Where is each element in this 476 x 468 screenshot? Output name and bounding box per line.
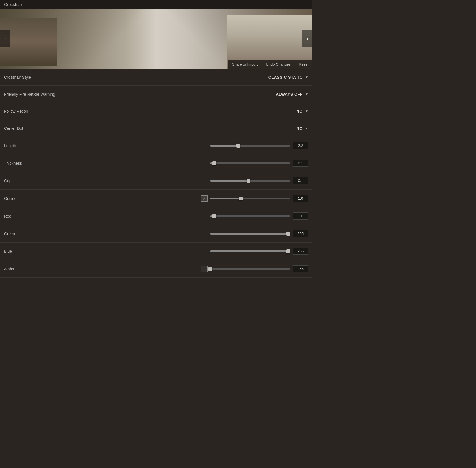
blue-label: Blue — [4, 249, 89, 254]
gap-label: Gap — [4, 179, 89, 183]
panel-title-text: Crosshair — [4, 2, 22, 7]
length-slider-value: 2.2 — [293, 142, 308, 149]
outline-slider-track — [210, 198, 290, 199]
blue-slider-fill — [210, 250, 288, 252]
setting-row-crosshair-style: Crosshair Style CLASSIC STATIC ▼ — [0, 69, 312, 86]
gap-slider-fill — [210, 180, 249, 182]
thickness-label: Thickness — [4, 161, 89, 166]
nav-prev-button[interactable]: ‹ — [0, 30, 10, 47]
outline-label: Outline — [4, 196, 89, 201]
follow-recoil-value: NO — [297, 109, 303, 114]
gap-slider-value: 0.1 — [293, 177, 308, 184]
blue-slider-value: 255 — [293, 248, 308, 255]
outline-slider-fill — [210, 198, 241, 199]
length-slider-track — [210, 145, 290, 147]
reset-button[interactable]: Reset — [295, 60, 312, 69]
crosshair-panel: Crosshair ‹ › Share or Import Undo Chang… — [0, 0, 312, 278]
gap-control: 0.1 — [89, 177, 308, 184]
crosshair-style-control: CLASSIC STATIC ▼ — [89, 75, 308, 80]
outline-checkbox[interactable]: ✓ — [201, 195, 208, 202]
center-dot-dropdown[interactable]: NO ▼ — [297, 126, 308, 131]
follow-recoil-label: Follow Recoil — [4, 109, 89, 114]
blue-slider-container: 255 — [89, 248, 308, 255]
chevron-down-icon: ▼ — [305, 126, 308, 130]
setting-row-green: Green 255 — [0, 225, 312, 243]
crosshair-style-value: CLASSIC STATIC — [268, 75, 303, 80]
undo-changes-button[interactable]: Undo Changes — [262, 60, 295, 69]
thickness-slider-container: 0.1 — [89, 160, 308, 167]
center-dot-value: NO — [297, 126, 303, 131]
preview-actions: Share or Import Undo Changes Reset — [228, 60, 312, 69]
setting-row-length: Length 2.2 — [0, 137, 312, 154]
setting-row-thickness: Thickness 0.1 — [0, 154, 312, 172]
green-slider-thumb[interactable] — [286, 232, 290, 236]
blue-slider-track — [210, 250, 290, 252]
blue-slider-thumb[interactable] — [286, 249, 290, 253]
blue-slider-track-wrapper[interactable] — [210, 250, 290, 252]
green-slider-fill — [210, 233, 288, 235]
red-slider-track — [210, 215, 290, 217]
thickness-slider-value: 0.1 — [293, 160, 308, 167]
length-slider-thumb[interactable] — [236, 144, 240, 148]
gap-slider-track — [210, 180, 290, 182]
crosshair-style-dropdown[interactable]: CLASSIC STATIC ▼ — [268, 75, 308, 80]
share-import-button[interactable]: Share or Import — [228, 60, 262, 69]
alpha-slider-value: 255 — [293, 265, 308, 272]
setting-row-blue: Blue 255 — [0, 243, 312, 260]
chevron-down-icon: ▼ — [305, 109, 308, 113]
green-slider-value: 255 — [293, 230, 308, 237]
follow-recoil-dropdown[interactable]: NO ▼ — [297, 109, 308, 114]
outline-slider-thumb[interactable] — [239, 197, 243, 200]
length-label: Length — [4, 143, 89, 148]
nav-next-button[interactable]: › — [302, 30, 312, 47]
crosshair-center-dot — [156, 39, 157, 39]
thickness-slider-thumb[interactable] — [212, 161, 216, 165]
follow-recoil-control: NO ▼ — [89, 109, 308, 114]
crosshair-preview — [153, 36, 159, 42]
chevron-right-icon: › — [306, 35, 308, 43]
panel-title: Crosshair — [0, 0, 312, 9]
length-slider-fill — [210, 145, 238, 147]
green-slider-track-wrapper[interactable] — [210, 233, 290, 235]
length-slider-track-wrapper[interactable] — [210, 145, 290, 147]
chevron-left-icon: ‹ — [4, 35, 6, 43]
checkmark-icon: ✓ — [202, 196, 206, 201]
green-label: Green — [4, 231, 89, 236]
setting-row-center-dot: Center Dot NO ▼ — [0, 120, 312, 137]
preview-area: ‹ › Share or Import Undo Changes Reset — [0, 9, 312, 69]
outline-control: ✓ 1.0 — [89, 195, 308, 202]
friendly-fire-label: Friendly Fire Reticle Warning — [4, 92, 89, 97]
outline-slider-track-wrapper[interactable] — [210, 198, 290, 199]
friendly-fire-value: ALWAYS OFF — [276, 92, 303, 97]
setting-row-friendly-fire: Friendly Fire Reticle Warning ALWAYS OFF… — [0, 86, 312, 103]
green-slider-track — [210, 233, 290, 235]
alpha-slider-track-wrapper[interactable] — [210, 268, 290, 270]
outline-controls: ✓ 1.0 — [89, 195, 308, 202]
thickness-slider-track-wrapper[interactable] — [210, 162, 290, 164]
gap-slider-thumb[interactable] — [247, 179, 250, 183]
center-dot-label: Center Dot — [4, 126, 89, 131]
chevron-down-icon: ▼ — [305, 92, 308, 96]
red-slider-thumb[interactable] — [212, 214, 216, 218]
alpha-control: 255 — [89, 265, 308, 272]
crosshair-style-label: Crosshair Style — [4, 75, 89, 80]
thickness-control: 0.1 — [89, 160, 308, 167]
red-control: 0 — [89, 212, 308, 220]
center-dot-control: NO ▼ — [89, 126, 308, 131]
alpha-slider-track — [210, 268, 290, 270]
friendly-fire-dropdown[interactable]: ALWAYS OFF ▼ — [276, 92, 308, 97]
gap-slider-track-wrapper[interactable] — [210, 180, 290, 182]
alpha-checkbox[interactable] — [201, 266, 208, 272]
red-slider-track-wrapper[interactable] — [210, 215, 290, 217]
red-slider-value: 0 — [293, 212, 308, 220]
alpha-label: Alpha — [4, 267, 89, 271]
alpha-slider-thumb[interactable] — [208, 267, 212, 271]
setting-row-outline: Outline ✓ 1.0 — [0, 190, 312, 207]
gap-slider-container: 0.1 — [89, 177, 308, 184]
alpha-controls: 255 — [89, 265, 308, 272]
friendly-fire-control: ALWAYS OFF ▼ — [89, 92, 308, 97]
length-control: 2.2 — [89, 142, 308, 149]
thickness-slider-track — [210, 162, 290, 164]
green-control: 255 — [89, 230, 308, 237]
setting-row-alpha: Alpha 255 — [0, 260, 312, 278]
